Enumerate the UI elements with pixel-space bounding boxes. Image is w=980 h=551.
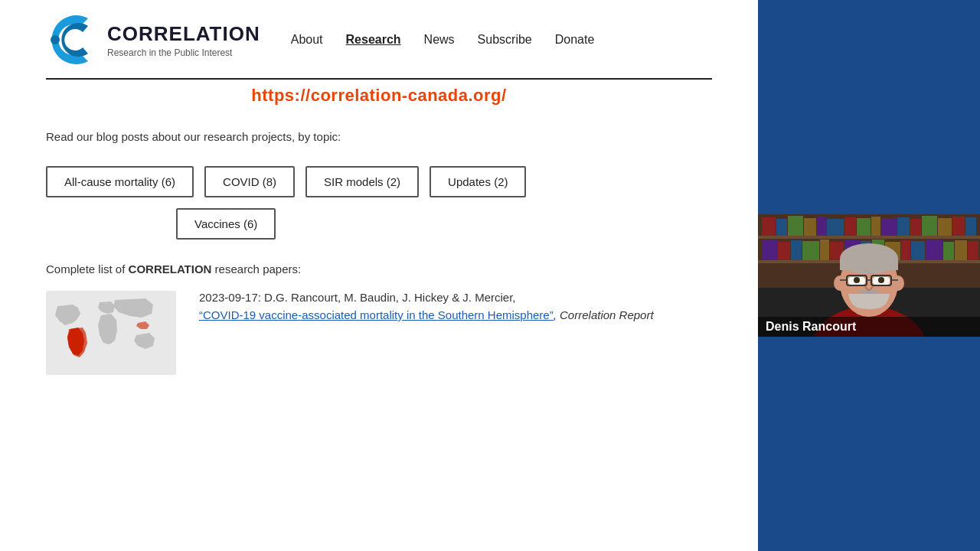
nav-donate[interactable]: Donate: [555, 33, 595, 47]
nav-about[interactable]: About: [291, 33, 323, 47]
paper-journal: , Correlation Report: [554, 308, 654, 321]
nav-subscribe[interactable]: Subscribe: [478, 33, 532, 47]
svg-point-51: [854, 277, 860, 283]
logo-text: CORRELATION Research in the Public Inter…: [107, 22, 260, 58]
logo-area: CORRELATION Research in the Public Inter…: [46, 9, 260, 70]
paper-info: 2023-09-17: D.G. Rancourt, M. Baudin, J.…: [199, 291, 712, 322]
correlation-logo-icon: [46, 9, 100, 70]
video-person-name: Denis Rancourt: [758, 317, 980, 337]
topic-btn-sir[interactable]: SIR models (2): [305, 166, 419, 197]
main-nav: About Research News Subscribe Donate: [291, 33, 595, 47]
nav-news[interactable]: News: [424, 33, 455, 47]
svg-point-42: [834, 276, 846, 291]
right-panel: Denis Rancourt: [758, 0, 980, 551]
topic-buttons-row2: Vaccines (6): [46, 208, 712, 240]
url-display: https://correlation-canada.org/: [0, 80, 758, 115]
video-area: Denis Rancourt: [758, 214, 980, 337]
svg-rect-41: [840, 259, 898, 270]
svg-point-43: [892, 276, 904, 291]
nav-research[interactable]: Research: [346, 33, 401, 47]
topic-btn-all-cause[interactable]: All-cause mortality (6): [46, 166, 194, 197]
paper-date-authors: 2023-09-17: D.G. Rancourt, M. Baudin, J.…: [199, 291, 712, 304]
main-content: CORRELATION Research in the Public Inter…: [0, 0, 758, 551]
complete-list-heading: Complete list of CORRELATION research pa…: [46, 262, 712, 276]
svg-point-0: [51, 35, 60, 44]
topic-btn-vaccines[interactable]: Vaccines (6): [176, 208, 276, 240]
header: CORRELATION Research in the Public Inter…: [0, 0, 758, 78]
logo-title: CORRELATION: [107, 22, 260, 46]
svg-point-52: [878, 277, 884, 283]
paper-entry: 2023-09-17: D.G. Rancourt, M. Baudin, J.…: [46, 291, 712, 378]
logo-subtitle: Research in the Public Interest: [107, 47, 260, 58]
topic-btn-covid[interactable]: COVID (8): [204, 166, 295, 197]
topic-btn-updates[interactable]: Updates (2): [430, 166, 526, 197]
paper-link[interactable]: “COVID-19 vaccine-associated mortality i…: [199, 308, 554, 321]
intro-text: Read our blog posts about our research p…: [46, 130, 712, 143]
topic-buttons-row1: All-cause mortality (6) COVID (8) SIR mo…: [46, 166, 712, 197]
video-frame: Denis Rancourt: [758, 214, 980, 337]
map-thumbnail: [46, 291, 176, 378]
body-content: Read our blog posts about our research p…: [0, 115, 758, 393]
